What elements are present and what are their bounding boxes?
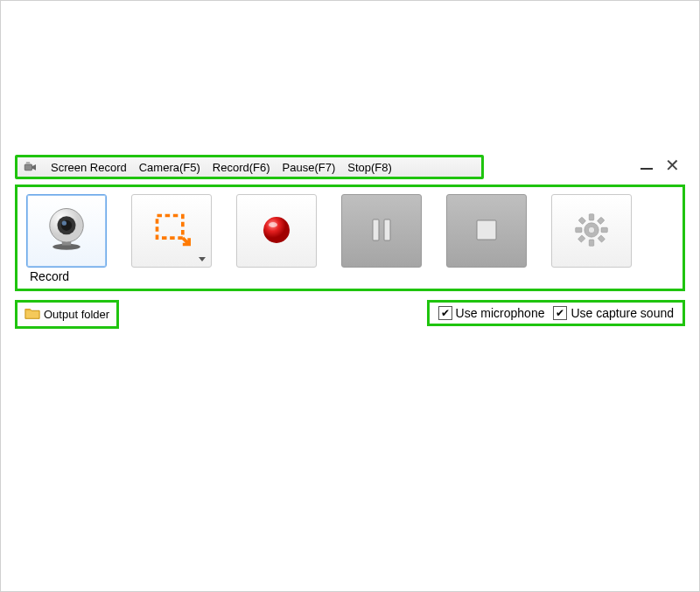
svg-point-9 [263,217,290,243]
camcorder-icon [23,159,38,175]
close-button[interactable]: ✕ [665,157,680,174]
menu-camera[interactable]: Camera(F5) [139,161,200,174]
svg-rect-13 [477,220,496,240]
svg-rect-19 [578,217,585,224]
settings-button[interactable] [551,194,632,268]
menu-bar: Screen Record Camera(F5) Record(F6) Paus… [15,155,484,179]
stop-button[interactable] [446,194,527,268]
camera-button[interactable] [26,194,107,268]
svg-rect-21 [597,217,604,224]
output-folder-label: Output folder [44,308,109,321]
footer-row: Output folder ✔ Use microphone ✔ Use cap… [15,300,685,329]
svg-rect-1 [26,162,31,164]
svg-rect-17 [576,227,582,233]
chevron-down-icon[interactable] [199,257,206,261]
svg-point-7 [62,220,66,225]
pause-icon [366,214,397,248]
use-microphone-checkbox[interactable]: ✔ Use microphone [438,306,545,320]
region-icon [152,211,191,252]
svg-point-23 [588,226,594,233]
record-button[interactable] [236,194,317,268]
region-select-button[interactable] [131,194,212,268]
toolbar [18,187,682,269]
window-controls: ✕ [640,157,680,174]
svg-rect-22 [578,234,584,241]
svg-rect-15 [589,213,594,219]
svg-rect-16 [589,240,594,246]
toolbar-label: Record [18,269,682,283]
svg-rect-20 [598,234,605,241]
menu-record[interactable]: Record(F6) [213,161,270,174]
svg-rect-0 [24,164,32,171]
use-microphone-label: Use microphone [456,306,545,320]
use-capture-sound-checkbox[interactable]: ✔ Use capture sound [553,306,674,320]
menu-pause[interactable]: Pause(F7) [283,161,336,174]
folder-icon [24,306,40,323]
menu-title[interactable]: Screen Record [51,161,127,174]
audio-options: ✔ Use microphone ✔ Use capture sound [427,300,685,326]
webcam-icon [42,205,91,257]
svg-rect-18 [601,227,607,233]
screen-record-window: Screen Record Camera(F5) Record(F6) Paus… [15,155,685,329]
svg-rect-11 [373,219,379,240]
gear-icon [572,211,611,252]
use-capture-sound-label: Use capture sound [570,306,674,320]
stop-icon [471,214,502,248]
pause-button[interactable] [341,194,422,268]
checkbox-icon: ✔ [438,306,452,320]
toolbar-panel: Record [15,185,685,291]
svg-rect-12 [384,219,390,240]
svg-rect-8 [158,215,183,238]
minimize-button[interactable] [640,161,653,170]
output-folder-button[interactable]: Output folder [15,300,119,329]
menu-stop[interactable]: Stop(F8) [347,161,392,174]
record-icon [259,212,294,250]
checkbox-icon: ✔ [553,306,567,320]
svg-point-10 [269,222,277,227]
